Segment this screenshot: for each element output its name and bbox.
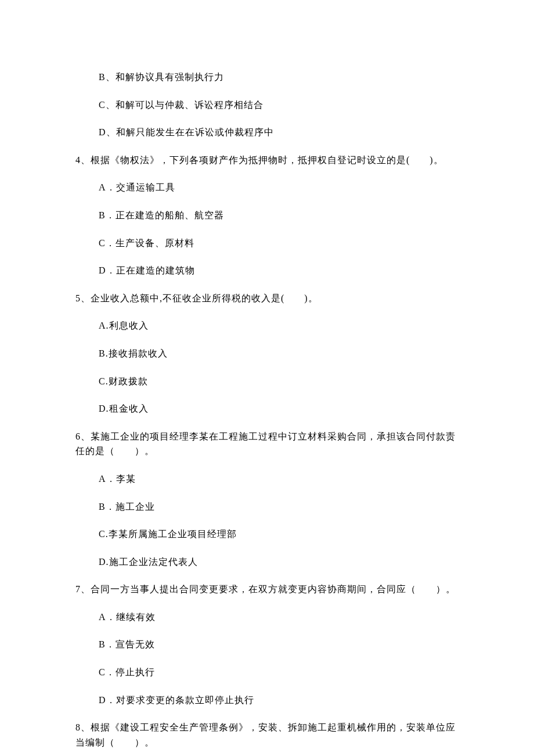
option-item: D、和解只能发生在在诉讼或仲裁程序中 <box>99 125 459 140</box>
option-item: D.施工企业法定代表人 <box>99 555 459 570</box>
question-stem: 7、合同一方当事人提出合同变更要求，在双方就变更内容协商期间，合同应（ ）。 <box>75 582 459 597</box>
option-item: B．正在建造的船舶、航空器 <box>99 208 459 223</box>
option-item: D.租金收入 <box>99 401 459 416</box>
option-item: D．正在建造的建筑物 <box>99 263 459 278</box>
option-item: B.接收捐款收入 <box>99 346 459 361</box>
question-stem: 4、根据《物权法》，下列各项财产作为抵押物时，抵押权自登记时设立的是( )。 <box>75 153 459 168</box>
question-stem: 6、某施工企业的项目经理李某在工程施工过程中订立材料采购合同，承担该合同付款责任… <box>75 429 459 459</box>
option-item: A.利息收入 <box>99 318 459 333</box>
option-item: C．停止执行 <box>99 665 459 680</box>
option-item: C、和解可以与仲裁、诉讼程序相结合 <box>99 98 459 113</box>
option-item: A．李某 <box>99 471 459 487</box>
option-item: B、和解协议具有强制执行力 <box>99 70 459 85</box>
option-item: A．继续有效 <box>99 610 459 625</box>
option-item: A．交通运输工具 <box>99 180 459 195</box>
option-item: B．宣告无效 <box>99 637 459 652</box>
option-item: D．对要求变更的条款立即停止执行 <box>99 693 459 708</box>
document-page: B、和解协议具有强制执行力 C、和解可以与仲裁、诉讼程序相结合 D、和解只能发生… <box>75 70 459 750</box>
option-item: C.李某所属施工企业项目经理部 <box>99 527 459 542</box>
question-stem: 5、企业收入总额中,不征收企业所得税的收入是( )。 <box>75 291 459 306</box>
option-item: C．生产设备、原材料 <box>99 236 459 251</box>
option-item: C.财政拨款 <box>99 374 459 389</box>
question-stem: 8、根据《建设工程安全生产管理条例》，安装、拆卸施工起重机械作用的，安装单位应当… <box>75 720 459 750</box>
option-item: B．施工企业 <box>99 499 459 514</box>
